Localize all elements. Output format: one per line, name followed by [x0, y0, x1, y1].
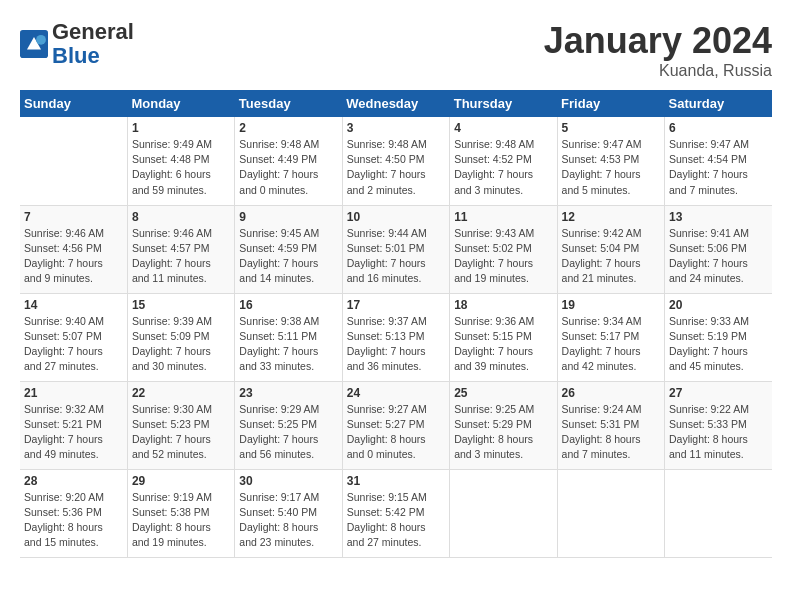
- day-number: 11: [454, 210, 552, 224]
- calendar-cell: 21Sunrise: 9:32 AM Sunset: 5:21 PM Dayli…: [20, 381, 127, 469]
- calendar-cell: 10Sunrise: 9:44 AM Sunset: 5:01 PM Dayli…: [342, 205, 449, 293]
- calendar-cell: 4Sunrise: 9:48 AM Sunset: 4:52 PM Daylig…: [450, 117, 557, 205]
- day-header-monday: Monday: [127, 90, 234, 117]
- calendar-week-row: 1Sunrise: 9:49 AM Sunset: 4:48 PM Daylig…: [20, 117, 772, 205]
- calendar-cell: 11Sunrise: 9:43 AM Sunset: 5:02 PM Dayli…: [450, 205, 557, 293]
- day-detail: Sunrise: 9:40 AM Sunset: 5:07 PM Dayligh…: [24, 314, 123, 375]
- logo: General Blue: [20, 20, 134, 68]
- day-number: 30: [239, 474, 337, 488]
- day-detail: Sunrise: 9:43 AM Sunset: 5:02 PM Dayligh…: [454, 226, 552, 287]
- calendar-cell: 30Sunrise: 9:17 AM Sunset: 5:40 PM Dayli…: [235, 469, 342, 557]
- day-detail: Sunrise: 9:37 AM Sunset: 5:13 PM Dayligh…: [347, 314, 445, 375]
- calendar-cell: 8Sunrise: 9:46 AM Sunset: 4:57 PM Daylig…: [127, 205, 234, 293]
- day-detail: Sunrise: 9:41 AM Sunset: 5:06 PM Dayligh…: [669, 226, 768, 287]
- calendar-cell: 7Sunrise: 9:46 AM Sunset: 4:56 PM Daylig…: [20, 205, 127, 293]
- day-detail: Sunrise: 9:27 AM Sunset: 5:27 PM Dayligh…: [347, 402, 445, 463]
- day-number: 9: [239, 210, 337, 224]
- calendar-cell: 16Sunrise: 9:38 AM Sunset: 5:11 PM Dayli…: [235, 293, 342, 381]
- day-detail: Sunrise: 9:32 AM Sunset: 5:21 PM Dayligh…: [24, 402, 123, 463]
- calendar-cell: 14Sunrise: 9:40 AM Sunset: 5:07 PM Dayli…: [20, 293, 127, 381]
- day-number: 3: [347, 121, 445, 135]
- day-header-thursday: Thursday: [450, 90, 557, 117]
- calendar-cell: 13Sunrise: 9:41 AM Sunset: 5:06 PM Dayli…: [665, 205, 772, 293]
- day-number: 12: [562, 210, 660, 224]
- calendar-cell: [20, 117, 127, 205]
- calendar-table: SundayMondayTuesdayWednesdayThursdayFrid…: [20, 90, 772, 558]
- day-detail: Sunrise: 9:15 AM Sunset: 5:42 PM Dayligh…: [347, 490, 445, 551]
- calendar-cell: 12Sunrise: 9:42 AM Sunset: 5:04 PM Dayli…: [557, 205, 664, 293]
- calendar-cell: 18Sunrise: 9:36 AM Sunset: 5:15 PM Dayli…: [450, 293, 557, 381]
- day-number: 29: [132, 474, 230, 488]
- day-number: 27: [669, 386, 768, 400]
- day-number: 26: [562, 386, 660, 400]
- calendar-cell: 6Sunrise: 9:47 AM Sunset: 4:54 PM Daylig…: [665, 117, 772, 205]
- location-text: Kuanda, Russia: [544, 62, 772, 80]
- day-number: 28: [24, 474, 123, 488]
- day-detail: Sunrise: 9:49 AM Sunset: 4:48 PM Dayligh…: [132, 137, 230, 198]
- day-header-saturday: Saturday: [665, 90, 772, 117]
- calendar-cell: 3Sunrise: 9:48 AM Sunset: 4:50 PM Daylig…: [342, 117, 449, 205]
- calendar-cell: 1Sunrise: 9:49 AM Sunset: 4:48 PM Daylig…: [127, 117, 234, 205]
- calendar-cell: 23Sunrise: 9:29 AM Sunset: 5:25 PM Dayli…: [235, 381, 342, 469]
- calendar-cell: 2Sunrise: 9:48 AM Sunset: 4:49 PM Daylig…: [235, 117, 342, 205]
- day-number: 24: [347, 386, 445, 400]
- calendar-cell: 27Sunrise: 9:22 AM Sunset: 5:33 PM Dayli…: [665, 381, 772, 469]
- month-title: January 2024: [544, 20, 772, 62]
- calendar-cell: 29Sunrise: 9:19 AM Sunset: 5:38 PM Dayli…: [127, 469, 234, 557]
- day-number: 31: [347, 474, 445, 488]
- calendar-week-row: 14Sunrise: 9:40 AM Sunset: 5:07 PM Dayli…: [20, 293, 772, 381]
- day-number: 15: [132, 298, 230, 312]
- day-number: 17: [347, 298, 445, 312]
- calendar-header-row: SundayMondayTuesdayWednesdayThursdayFrid…: [20, 90, 772, 117]
- day-detail: Sunrise: 9:46 AM Sunset: 4:57 PM Dayligh…: [132, 226, 230, 287]
- day-detail: Sunrise: 9:33 AM Sunset: 5:19 PM Dayligh…: [669, 314, 768, 375]
- calendar-cell: 5Sunrise: 9:47 AM Sunset: 4:53 PM Daylig…: [557, 117, 664, 205]
- day-number: 19: [562, 298, 660, 312]
- day-detail: Sunrise: 9:20 AM Sunset: 5:36 PM Dayligh…: [24, 490, 123, 551]
- day-number: 16: [239, 298, 337, 312]
- calendar-cell: 25Sunrise: 9:25 AM Sunset: 5:29 PM Dayli…: [450, 381, 557, 469]
- day-detail: Sunrise: 9:47 AM Sunset: 4:54 PM Dayligh…: [669, 137, 768, 198]
- calendar-cell: 26Sunrise: 9:24 AM Sunset: 5:31 PM Dayli…: [557, 381, 664, 469]
- logo-blue-text: Blue: [52, 43, 100, 68]
- calendar-cell: 9Sunrise: 9:45 AM Sunset: 4:59 PM Daylig…: [235, 205, 342, 293]
- day-detail: Sunrise: 9:42 AM Sunset: 5:04 PM Dayligh…: [562, 226, 660, 287]
- calendar-cell: 28Sunrise: 9:20 AM Sunset: 5:36 PM Dayli…: [20, 469, 127, 557]
- page-header: General Blue January 2024 Kuanda, Russia: [20, 20, 772, 80]
- calendar-week-row: 28Sunrise: 9:20 AM Sunset: 5:36 PM Dayli…: [20, 469, 772, 557]
- day-detail: Sunrise: 9:48 AM Sunset: 4:49 PM Dayligh…: [239, 137, 337, 198]
- day-number: 25: [454, 386, 552, 400]
- day-detail: Sunrise: 9:24 AM Sunset: 5:31 PM Dayligh…: [562, 402, 660, 463]
- day-detail: Sunrise: 9:44 AM Sunset: 5:01 PM Dayligh…: [347, 226, 445, 287]
- day-number: 2: [239, 121, 337, 135]
- day-header-wednesday: Wednesday: [342, 90, 449, 117]
- day-header-sunday: Sunday: [20, 90, 127, 117]
- day-number: 18: [454, 298, 552, 312]
- day-detail: Sunrise: 9:34 AM Sunset: 5:17 PM Dayligh…: [562, 314, 660, 375]
- day-number: 7: [24, 210, 123, 224]
- calendar-cell: 24Sunrise: 9:27 AM Sunset: 5:27 PM Dayli…: [342, 381, 449, 469]
- day-number: 8: [132, 210, 230, 224]
- day-detail: Sunrise: 9:29 AM Sunset: 5:25 PM Dayligh…: [239, 402, 337, 463]
- calendar-cell: 20Sunrise: 9:33 AM Sunset: 5:19 PM Dayli…: [665, 293, 772, 381]
- svg-point-2: [36, 35, 46, 45]
- calendar-cell: [557, 469, 664, 557]
- calendar-cell: 15Sunrise: 9:39 AM Sunset: 5:09 PM Dayli…: [127, 293, 234, 381]
- day-detail: Sunrise: 9:25 AM Sunset: 5:29 PM Dayligh…: [454, 402, 552, 463]
- day-detail: Sunrise: 9:17 AM Sunset: 5:40 PM Dayligh…: [239, 490, 337, 551]
- calendar-cell: 22Sunrise: 9:30 AM Sunset: 5:23 PM Dayli…: [127, 381, 234, 469]
- day-number: 1: [132, 121, 230, 135]
- day-detail: Sunrise: 9:30 AM Sunset: 5:23 PM Dayligh…: [132, 402, 230, 463]
- day-detail: Sunrise: 9:39 AM Sunset: 5:09 PM Dayligh…: [132, 314, 230, 375]
- title-block: January 2024 Kuanda, Russia: [544, 20, 772, 80]
- day-number: 14: [24, 298, 123, 312]
- calendar-cell: 31Sunrise: 9:15 AM Sunset: 5:42 PM Dayli…: [342, 469, 449, 557]
- logo-icon: [20, 30, 48, 58]
- logo-general-text: General: [52, 19, 134, 44]
- day-header-friday: Friday: [557, 90, 664, 117]
- day-number: 5: [562, 121, 660, 135]
- day-number: 23: [239, 386, 337, 400]
- day-number: 13: [669, 210, 768, 224]
- calendar-week-row: 21Sunrise: 9:32 AM Sunset: 5:21 PM Dayli…: [20, 381, 772, 469]
- day-number: 21: [24, 386, 123, 400]
